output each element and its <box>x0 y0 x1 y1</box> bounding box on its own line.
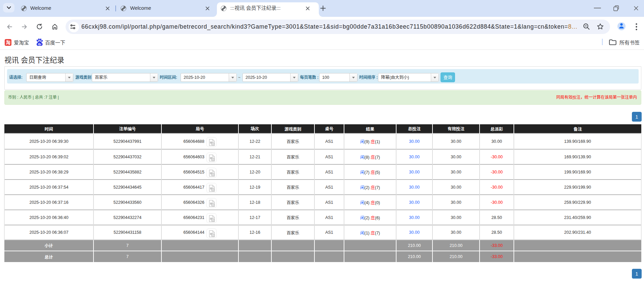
svg-text:du: du <box>38 42 41 46</box>
